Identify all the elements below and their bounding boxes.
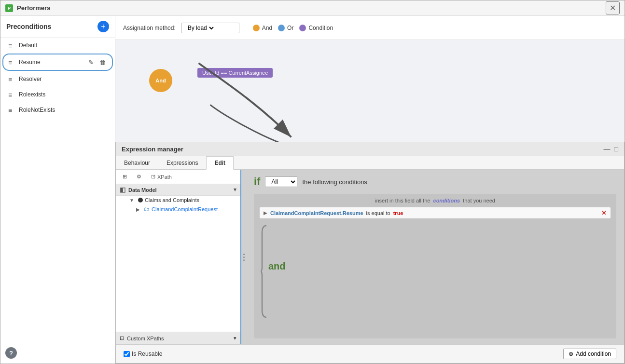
lines-icon-resolver (8, 76, 15, 82)
condition-row-1: ▶ ClaimandComplaintRequest.Resume is equ… (260, 207, 611, 218)
tab-expressions[interactable]: Expressions (158, 156, 206, 169)
tree-item-claims[interactable]: ▼ Claims and Complaints (116, 196, 240, 204)
bottom-bar-expand-icon[interactable]: ▾ (234, 335, 236, 341)
legend-condition: Condition (299, 25, 333, 31)
following-text: the following conditions (302, 178, 367, 186)
conditions-box: insert in this field all the conditions … (254, 194, 616, 338)
condition-field: ClaimandComplaintRequest.Resume (270, 210, 363, 216)
is-reusable-checkbox[interactable] (124, 351, 130, 357)
claims-label: Claims and Complaints (145, 197, 199, 203)
em-tabs: Behaviour Expressions Edit (116, 156, 624, 170)
xpath-label: XPath (157, 174, 172, 180)
gear-icon: ⚙ (137, 174, 141, 180)
data-model-icon: ◧ (120, 186, 125, 193)
and-label: And (262, 25, 272, 31)
claimrequest-link[interactable]: ClaimandComplaintRequest (152, 206, 218, 212)
em-minimize-button[interactable]: — (604, 145, 611, 153)
hint-text: insert in this field all the (375, 198, 430, 203)
sidebar-item-resume[interactable]: Resume ✎ 🗑 (2, 54, 113, 71)
hint-italic: conditions (433, 198, 460, 203)
help-button[interactable]: ? (5, 347, 17, 359)
em-title: Expression manager (122, 146, 183, 153)
claims-icon (138, 198, 143, 202)
db-icon: ⊞ (123, 174, 127, 180)
xpath-icon: ⊡ (151, 174, 155, 180)
em-title-bar: Expression manager — □ (116, 142, 624, 156)
if-row: if All Any None the following conditions (254, 175, 616, 188)
sidebar: Preconditions + Default Resume ✎ 🗑 R (0, 16, 115, 364)
if-all-select[interactable]: All Any None (265, 176, 297, 187)
main-content: Preconditions + Default Resume ✎ 🗑 R (0, 16, 625, 364)
condition-operator: is equal to (366, 210, 390, 216)
edit-resume-button[interactable]: ✎ (86, 57, 96, 67)
top-bar: Assignation method: By load Manual Auto … (115, 16, 625, 40)
condition-value: true (393, 210, 403, 216)
sidebar-item-rolenotexists[interactable]: RoleNotExists (2, 103, 113, 117)
main-window: P Performers ✕ Preconditions + Default R… (0, 0, 625, 364)
tab-behaviour[interactable]: Behaviour (116, 156, 158, 169)
tree-header-data-model[interactable]: ◧ Data Model ▾ (116, 184, 240, 196)
close-button[interactable]: ✕ (606, 1, 620, 14)
title-bar: P Performers ✕ (0, 0, 625, 16)
sidebar-item-default[interactable]: Default (2, 38, 113, 53)
tree-expand-claimrequest[interactable]: ▶ (136, 207, 140, 212)
sidebar-header: Preconditions + (0, 16, 115, 38)
resize-dot-1 (243, 254, 245, 255)
sidebar-item-resolver[interactable]: Resolver (2, 72, 113, 86)
lines-icon-resume (8, 59, 15, 66)
folder-icon-claimrequest: 🗂 (144, 206, 150, 213)
em-db-button[interactable]: ⊞ (120, 173, 130, 181)
tree-expand-claims[interactable]: ▼ (129, 198, 134, 203)
sidebar-item-resume-actions: ✎ 🗑 (86, 57, 107, 67)
curly-brace-svg (260, 223, 268, 320)
legend-and: And (253, 25, 272, 31)
lines-icon-rolenotexists (8, 107, 15, 113)
tree-header-close-button[interactable]: ▾ (234, 187, 236, 193)
lines-icon-roleexists (8, 91, 15, 98)
resize-dot-2 (243, 256, 245, 258)
tree-header-label: Data Model (128, 187, 157, 193)
lines-icon-default (8, 42, 15, 49)
resize-handle[interactable] (241, 170, 246, 344)
custom-xpaths-label: Custom XPaths (127, 336, 164, 341)
em-left-panel: ⊞ ⚙ ⊡ XPath (116, 170, 241, 344)
and-keyword: and (268, 261, 286, 271)
delete-resume-button[interactable]: 🗑 (97, 57, 107, 67)
sidebar-item-roleexists[interactable]: Roleexists (2, 87, 113, 102)
canvas-area: And User Id == CurrentAssignee (115, 40, 625, 142)
condition-delete-button[interactable]: ✕ (601, 209, 607, 216)
sidebar-label-resume: Resume (19, 59, 86, 66)
sidebar-title: Preconditions (6, 23, 97, 30)
assignation-select-input[interactable]: By load Manual Auto (186, 24, 215, 32)
tree-section: ◧ Data Model ▾ ▼ Claims and Complaints (116, 184, 240, 332)
tree-item-claimrequest[interactable]: ▶ 🗂 ClaimandComplaintRequest (116, 204, 240, 214)
em-maximize-button[interactable]: □ (614, 145, 618, 153)
assignation-select[interactable]: By load Manual Auto (181, 23, 239, 33)
sidebar-label-resolver: Resolver (19, 76, 107, 82)
hint-text2: that you need (463, 198, 495, 203)
condition-expand-arrow[interactable]: ▶ (264, 210, 267, 216)
tab-edit[interactable]: Edit (206, 156, 234, 170)
window-title: Performers (17, 4, 606, 12)
and-node[interactable]: And (149, 69, 172, 92)
em-right-panel: if All Any None the following conditions (246, 170, 624, 344)
is-reusable-label[interactable]: Is Reusable (124, 351, 162, 357)
condition-badge[interactable]: User Id == CurrentAssignee (197, 68, 273, 78)
legend: And Or Condition (253, 25, 333, 31)
condition-badge-label: User Id == CurrentAssignee (202, 70, 268, 76)
if-keyword: if (254, 175, 260, 188)
add-precondition-button[interactable]: + (97, 21, 109, 32)
and-dot (253, 25, 260, 31)
em-gear-button[interactable]: ⚙ (134, 173, 144, 181)
right-panel: Assignation method: By load Manual Auto … (115, 16, 625, 364)
em-xpath-button[interactable]: ⊡ XPath (148, 173, 175, 181)
conditions-hint: insert in this field all the conditions … (260, 198, 611, 203)
condition-label: Condition (308, 25, 333, 31)
canvas-arrow (115, 40, 625, 142)
add-condition-button[interactable]: ⊕ Add condition (563, 349, 616, 359)
and-node-label: And (155, 78, 166, 83)
add-condition-label: Add condition (576, 351, 611, 357)
xpath-file-icon: ⊡ (120, 335, 124, 341)
or-label: Or (287, 25, 293, 31)
em-toolbar: ⊞ ⚙ ⊡ XPath (116, 170, 240, 184)
